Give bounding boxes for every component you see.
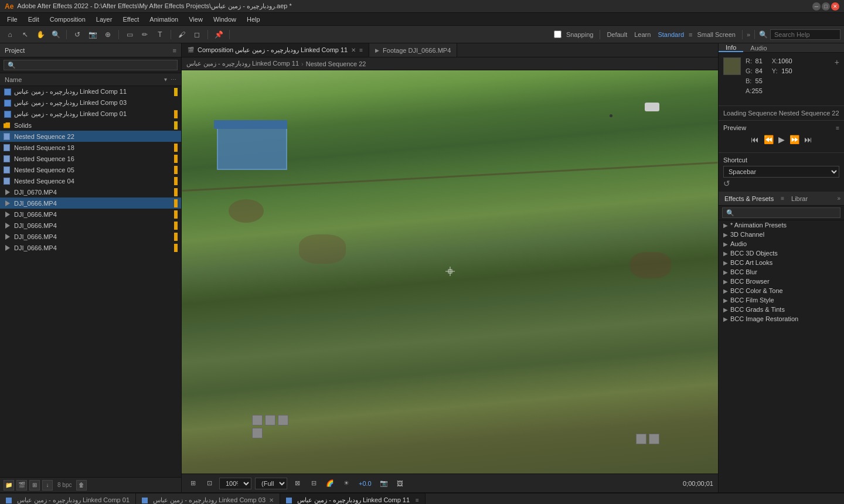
project-menu-icon[interactable]: ≡ [173,47,176,54]
effects-cat-3d-channel[interactable]: ▶ 3D Channel [719,230,844,239]
menu-layer[interactable]: Layer [91,15,117,24]
brush-tool[interactable]: 🖌 [175,28,188,41]
project-item-comp01[interactable]: رودبارچیره - زمین عباس Linked Comp 01 [0,108,181,120]
effects-cat-bcc-image[interactable]: ▶ BCC Image Restoration [719,314,844,323]
effects-cat-animation-presets[interactable]: ▶ * Animation Presets [719,220,844,230]
effects-cat-bcc-grads[interactable]: ▶ BCC Grads & Tints [719,305,844,314]
project-item-dji0666-4[interactable]: DJI_0666.MP4 [0,231,181,242]
effects-cat-bcc-film[interactable]: ▶ BCC Film Style [719,295,844,305]
quality-select[interactable]: (Full) (Half) [255,478,287,489]
workspace-menu-icon[interactable]: ≡ [689,31,692,38]
breadcrumb-comp[interactable]: رودبارچیره - زمین عباس Linked Comp 11 [186,60,299,67]
zoom-select[interactable]: 100% 50% 200% [219,478,251,489]
text-tool[interactable]: T [154,28,166,41]
project-item-solids[interactable]: Solids [0,120,181,131]
viewer-canvas[interactable] [182,70,718,474]
project-item-nested22[interactable]: Nested Sequence 22 [0,131,181,142]
show-snapshot-button[interactable]: 🖼 [394,477,407,490]
shortcut-select[interactable]: Spacebar Enter NumPad 0 [723,166,839,178]
camera-tool[interactable]: 📷 [86,28,99,41]
snapshot-button[interactable]: 📷 [377,477,390,490]
project-item-dji0666-2[interactable]: DJI_0666.MP4 [0,209,181,220]
project-item-nested16[interactable]: Nested Sequence 16 [0,153,181,164]
menu-view[interactable]: View [184,15,207,24]
timeline-tab-close-2[interactable]: ✕ [269,497,274,503]
menu-animation[interactable]: Animation [145,15,183,24]
timeline-tab-comp03[interactable]: رودبارچیره - زمین عباس Linked Comp 03 ✕ [136,493,280,504]
effects-cat-bcc-blur[interactable]: ▶ BCC Blur [719,267,844,277]
project-item-comp11[interactable]: رودبارچیره - زمین عباس Linked Comp 11 [0,86,181,97]
project-item-nested18[interactable]: Nested Sequence 18 [0,142,181,153]
rotate-tool[interactable]: ↺ [71,28,84,41]
project-item-comp03[interactable]: رودبارچیره - زمین عباس Linked Comp 03 [0,97,181,108]
timeline-tab-comp11[interactable]: رودبارچیره - زمین عباس Linked Comp 11 ≡ [280,493,426,504]
step-back-button[interactable]: ⏪ [764,135,774,144]
import-button[interactable]: ↓ [42,480,53,491]
effects-cat-bcc-browser[interactable]: ▶ BCC Browser [719,277,844,286]
project-item-dji0666-3[interactable]: DJI_0666.MP4 [0,220,181,231]
fit-button[interactable]: ⊞ [186,477,199,490]
zoom-tool[interactable]: 🔍 [49,28,62,41]
menu-composition[interactable]: Composition [45,15,90,24]
workspace-small-screen[interactable]: Small Screen [695,31,737,38]
effects-menu-icon[interactable]: ≡ [781,195,784,202]
workspace-learn[interactable]: Learn [632,31,653,38]
dependencies-button[interactable]: ⊞ [29,480,40,491]
transparency-button[interactable]: ⊟ [307,477,320,490]
search-help-input[interactable] [770,29,840,40]
menu-help[interactable]: Help [242,15,265,24]
minimize-button[interactable]: ─ [812,2,821,11]
audio-tab[interactable]: Audio [743,43,774,52]
go-end-button[interactable]: ⏭ [804,135,812,144]
step-forward-button[interactable]: ⏩ [789,135,799,144]
maximize-button[interactable]: □ [822,2,830,11]
workspace-standard[interactable]: Standard [655,31,686,38]
comp-tab-close[interactable]: ✕ [351,47,356,53]
play-button[interactable]: ▶ [778,135,785,144]
close-button[interactable]: ✕ [831,2,839,11]
selection-tool[interactable]: ↖ [19,28,32,41]
exposure-button[interactable]: ☀ [340,477,353,490]
effects-presets-tab[interactable]: Effects & Presets [722,195,776,202]
new-comp-button[interactable]: 🎬 [16,480,27,491]
puppet-tool[interactable]: 📌 [212,28,225,41]
roi-button[interactable]: ⊠ [291,477,304,490]
menu-file[interactable]: File [2,15,22,24]
new-folder-button[interactable]: 📁 [4,480,14,491]
delete-button[interactable]: 🗑 [76,480,87,491]
menu-edit[interactable]: Edit [23,15,44,24]
effects-cat-bcc-art[interactable]: ▶ BCC Art Looks [719,258,844,267]
effects-search-input[interactable] [722,207,840,218]
snapping-checkbox[interactable] [554,30,561,38]
home-button[interactable]: ⌂ [4,28,16,41]
timeline-tab-menu-3[interactable]: ≡ [416,497,419,503]
effects-cat-bcc-3d[interactable]: ▶ BCC 3D Objects [719,248,844,258]
menu-window[interactable]: Window [209,15,241,24]
eraser-tool[interactable]: ◻ [190,28,203,41]
project-search-input[interactable] [4,60,178,70]
comp-tab-footage[interactable]: ▶ Footage DJI_0666.MP4 [369,43,457,57]
go-start-button[interactable]: ⏮ [751,135,759,144]
workspace-default[interactable]: Default [604,31,629,38]
rect-tool[interactable]: ▭ [123,28,136,41]
info-plus-button[interactable]: + [835,57,839,67]
timeline-tab-comp01[interactable]: رودبارچیره - زمین عباس Linked Comp 01 [0,493,136,504]
preview-menu-icon[interactable]: ≡ [836,125,839,131]
col-options-icon[interactable]: ⋯ [171,76,176,83]
project-item-dji0666-5[interactable]: DJI_0666.MP4 [0,242,181,253]
info-tab[interactable]: Info [719,43,743,52]
hand-tool[interactable]: ✋ [34,28,47,41]
effects-cat-bcc-color[interactable]: ▶ BCC Color & Tone [719,286,844,295]
col-sort-icon[interactable]: ▾ [164,76,167,83]
channels-button[interactable]: 🌈 [324,477,336,490]
breadcrumb-nested[interactable]: Nested Sequence 22 [306,60,366,67]
effects-cat-audio[interactable]: ▶ Audio [719,239,844,248]
pan-behind-tool[interactable]: ⊕ [101,28,114,41]
comp-tab-menu[interactable]: ≡ [359,47,363,53]
project-item-nested04[interactable]: Nested Sequence 04 [0,175,181,186]
fit-width-button[interactable]: ⊡ [203,477,216,490]
project-item-dji0666-1[interactable]: DJI_0666.MP4 [0,197,181,209]
project-item-nested05[interactable]: Nested Sequence 05 [0,164,181,175]
shortcut-reset-button[interactable]: ↺ [723,179,730,188]
project-item-dji0670[interactable]: DJI_0670.MP4 [0,186,181,197]
